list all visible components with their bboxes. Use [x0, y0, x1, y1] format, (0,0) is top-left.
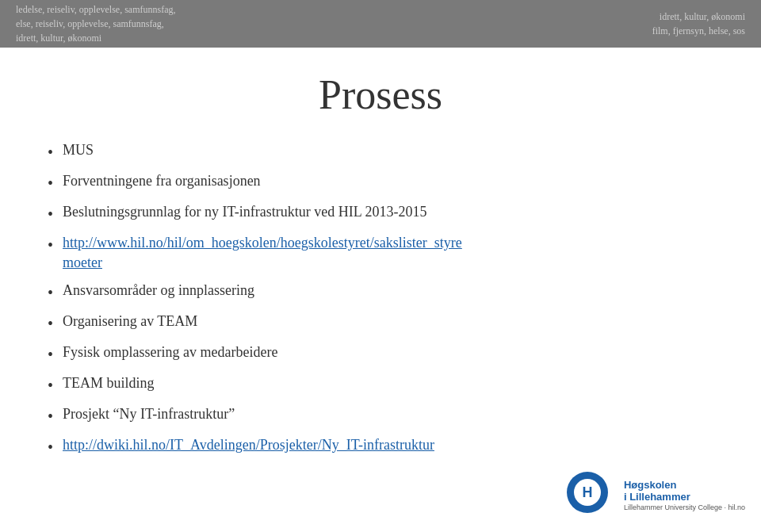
logo-line2: i Lillehammer — [624, 491, 745, 503]
banner-left: ledelse, reiseliv, opplevelse, samfunnsf… — [0, 0, 380, 48]
list-item[interactable]: http://www.hil.no/hil/om_hoegskolen/hoeg… — [48, 233, 713, 273]
logo-letter: H — [582, 484, 592, 501]
logo-line1: Høgskolen — [624, 479, 745, 492]
top-banner: ledelse, reiseliv, opplevelse, samfunnsf… — [0, 0, 761, 48]
list-item-link[interactable]: http://dwiki.hil.no/IT_Avdelingen/Prosje… — [63, 435, 434, 455]
banner-right-line1: idrett, kultur, økonomi — [396, 10, 745, 24]
list-item: Beslutningsgrunnlag for ny IT-infrastruk… — [48, 202, 713, 225]
banner-right-line2: film, fjernsyn, helse, sos — [396, 24, 745, 38]
logo-area: H Høgskolen i Lillehammer Lillehammer Un… — [556, 472, 745, 519]
list-item: TEAM building — [48, 373, 713, 396]
list-item: Organisering av TEAM — [48, 312, 713, 335]
page-title: Prosess — [48, 71, 713, 118]
list-item: Ansvarsområder og innplassering — [48, 281, 713, 304]
logo-circle: H — [567, 472, 608, 513]
bullet-list: MUSForventningene fra organisasjonenBesl… — [48, 140, 713, 458]
logo-text-block: Høgskolen i Lillehammer Lillehammer Univ… — [624, 479, 745, 513]
banner-left-line2: else, reiseliv, opplevelse, samfunnsfag, — [16, 17, 365, 31]
main-content: Prosess MUSForventningene fra organisasj… — [0, 48, 761, 532]
list-item: Forventningene fra organisasjonen — [48, 171, 713, 194]
banner-right: idrett, kultur, økonomi film, fjernsyn, … — [380, 6, 761, 41]
list-item-link[interactable]: http://www.hil.no/hil/om_hoegskolen/hoeg… — [63, 233, 462, 273]
list-item: Prosjekt “Ny IT-infrastruktur” — [48, 404, 713, 427]
list-item[interactable]: http://dwiki.hil.no/IT_Avdelingen/Prosje… — [48, 435, 713, 458]
list-item: MUS — [48, 140, 713, 163]
logo-line3: Lillehammer University College · hil.no — [624, 503, 745, 513]
logo-box: H — [556, 472, 619, 519]
banner-left-line1: ledelse, reiseliv, opplevelse, samfunnsf… — [16, 2, 365, 17]
list-item: Fysisk omplassering av medarbeidere — [48, 343, 713, 366]
logo-inner: H — [574, 479, 601, 506]
banner-left-line3: idrett, kultur, økonomi — [16, 31, 365, 45]
